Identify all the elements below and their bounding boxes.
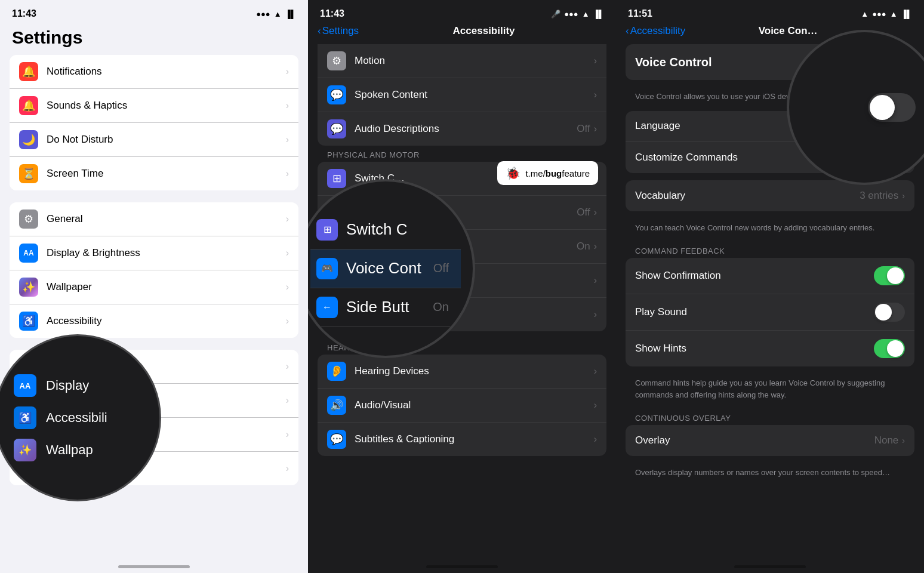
mag-item-accessibility: ♿ Accessibili bbox=[14, 403, 141, 433]
show-hints-description: Command hints help guide you as you lear… bbox=[626, 374, 914, 409]
wifi-icon: ▲ bbox=[582, 10, 590, 19]
mag2-content: ⊞ Switch C 🎮 Voice Cont Off ← Side Butt … bbox=[308, 181, 473, 356]
time-2: 11:43 bbox=[320, 8, 344, 19]
hearing-devices-item[interactable]: 👂 Hearing Devices › bbox=[318, 355, 606, 389]
chevron-icon: › bbox=[594, 434, 597, 445]
show-hints-label: Show Hints bbox=[635, 343, 874, 355]
status-icons-3: ▲ ●●● ▲ ▐▌ bbox=[861, 10, 912, 19]
accessibility-label: Accessibility bbox=[47, 315, 286, 327]
watermark: 🐞 t.me/bugfeature bbox=[497, 161, 598, 185]
settings-item-notifications[interactable]: 🔔 Notifications › bbox=[10, 55, 298, 89]
settings-item-sounds[interactable]: 🔔 Sounds & Haptics › bbox=[10, 89, 298, 123]
command-feedback-header: COMMAND FEEDBACK bbox=[626, 242, 914, 258]
wifi-icon: ▲ bbox=[274, 10, 282, 19]
chevron-icon: › bbox=[286, 316, 289, 326]
chevron-icon: › bbox=[286, 248, 289, 258]
mag2-voice-value: Off bbox=[433, 261, 449, 275]
mag2-voice-label: Voice Cont bbox=[346, 259, 421, 278]
mic-icon: 🎤 bbox=[551, 10, 560, 19]
chevron-icon: › bbox=[594, 400, 597, 411]
location-icon: ▲ bbox=[861, 10, 868, 19]
dnd-label: Do Not Disturb bbox=[47, 134, 286, 146]
audio-visual-icon: 🔊 bbox=[327, 396, 346, 415]
feedback-card: Show Confirmation Play Sound Show Hints bbox=[626, 258, 914, 366]
general-label: General bbox=[47, 213, 286, 225]
subtitles-item[interactable]: 💬 Subtitles & Captioning › bbox=[318, 423, 606, 456]
toggle-knob bbox=[887, 267, 904, 284]
chevron-icon: › bbox=[286, 134, 289, 145]
show-hints-toggle[interactable] bbox=[874, 339, 905, 358]
settings-list: 🔔 Notifications › 🔔 Sounds & Haptics › 🌙… bbox=[10, 55, 298, 190]
language-label: Language bbox=[635, 120, 794, 132]
wallpaper-icon: ✨ bbox=[19, 278, 38, 297]
voice-control-value: Off bbox=[577, 207, 590, 218]
mag2-voice: 🎮 Voice Cont Off bbox=[310, 249, 461, 288]
chevron-icon: › bbox=[286, 100, 289, 111]
settings-item-accessibility[interactable]: ♿ Accessibility › bbox=[10, 304, 298, 338]
spoken-icon: 💬 bbox=[327, 85, 346, 104]
settings-item-general[interactable]: ⚙ General › bbox=[10, 202, 298, 236]
chevron-icon: › bbox=[286, 66, 289, 77]
audio-visual-item[interactable]: 🔊 Audio/Visual › bbox=[318, 389, 606, 423]
time-3: 11:51 bbox=[628, 8, 652, 19]
display-label: Display & Brightness bbox=[47, 247, 286, 259]
audio-desc-icon: 💬 bbox=[327, 119, 346, 138]
scroll-bar-2 bbox=[426, 565, 498, 568]
play-sound-row: Play Sound bbox=[626, 294, 914, 331]
play-sound-toggle[interactable] bbox=[874, 303, 905, 322]
scroll-bar bbox=[118, 565, 190, 568]
wallpaper-label: Wallpaper bbox=[47, 281, 286, 293]
mag2-voice-icon: 🎮 bbox=[316, 258, 338, 279]
chevron-icon: › bbox=[286, 429, 289, 440]
sounds-label: Sounds & Haptics bbox=[47, 100, 286, 112]
chevron-icon: › bbox=[286, 463, 289, 474]
page-title: Settings bbox=[0, 23, 308, 55]
play-sound-label: Play Sound bbox=[635, 306, 874, 318]
mag-display-icon: AA bbox=[14, 374, 36, 397]
chevron-icon: › bbox=[594, 275, 597, 286]
accessibility-icon: ♿ bbox=[19, 312, 38, 331]
overlay-value: None bbox=[874, 435, 899, 446]
overlay-row[interactable]: Overlay None › bbox=[626, 425, 914, 456]
settings-item-dnd[interactable]: 🌙 Do Not Disturb › bbox=[10, 123, 298, 157]
back-button-2[interactable]: ‹ Settings bbox=[318, 25, 359, 37]
dnd-icon: 🌙 bbox=[19, 130, 38, 149]
settings-item-screentime[interactable]: ⏳ Screen Time › bbox=[10, 157, 298, 190]
status-bar-1: 11:43 ●●● ▲ ▐▌ bbox=[0, 0, 308, 23]
magnifier-1: AA Display ♿ Accessibili ✨ Wallpap bbox=[0, 334, 161, 501]
motion-item[interactable]: ⚙ Motion › bbox=[318, 44, 606, 78]
mag2-switch-label: Switch C bbox=[346, 220, 408, 239]
chevron-icon: › bbox=[594, 366, 597, 377]
mag-accessibility-icon: ♿ bbox=[14, 406, 36, 429]
hearing-label: Hearing Devices bbox=[355, 365, 594, 377]
vocabulary-value: 3 entries bbox=[860, 190, 898, 202]
spoken-content-item[interactable]: 💬 Spoken Content › bbox=[318, 78, 606, 112]
notifications-icon: 🔔 bbox=[19, 62, 38, 81]
settings-item-wallpaper[interactable]: ✨ Wallpaper › bbox=[10, 270, 298, 304]
scroll-bar-3 bbox=[734, 565, 806, 568]
toggle-knob bbox=[875, 304, 892, 321]
show-confirmation-toggle[interactable] bbox=[874, 266, 905, 285]
status-icons-2: 🎤 ●●● ▲ ▐▌ bbox=[551, 10, 604, 19]
audio-desc-item[interactable]: 💬 Audio Descriptions Off › bbox=[318, 112, 606, 146]
general-icon: ⚙ bbox=[19, 210, 38, 229]
battery-icon: ▐▌ bbox=[593, 10, 604, 19]
panel-accessibility: 11:43 🎤 ●●● ▲ ▐▌ ‹ Settings Accessibilit… bbox=[308, 0, 616, 573]
wifi-icon: ▲ bbox=[890, 10, 898, 19]
mag-display-label: Display bbox=[46, 378, 89, 393]
mag2-side-value: On bbox=[433, 300, 449, 314]
mag2-switch: ⊞ Switch C bbox=[310, 211, 461, 249]
continuous-overlay-header: CONTINUOUS OVERLAY bbox=[626, 409, 914, 425]
back-button-3[interactable]: ‹ Accessibility bbox=[626, 25, 685, 37]
status-bar-3: 11:51 ▲ ●●● ▲ ▐▌ bbox=[616, 0, 924, 23]
mag-item-wallpaper: ✨ Wallpap bbox=[14, 435, 141, 465]
subtitles-label: Subtitles & Captioning bbox=[355, 433, 594, 445]
show-confirmation-row: Show Confirmation bbox=[626, 258, 914, 294]
mag-wallpaper-icon: ✨ bbox=[14, 439, 36, 461]
mag3-knob bbox=[870, 95, 895, 120]
subtitles-icon: 💬 bbox=[327, 430, 346, 449]
top-list: ⚙ Motion › 💬 Spoken Content › 💬 Audio De… bbox=[318, 44, 606, 146]
settings-item-display[interactable]: AA Display & Brightness › bbox=[10, 236, 298, 270]
mag-accessibility-label: Accessibili bbox=[46, 410, 107, 426]
hearing-icon: 👂 bbox=[327, 362, 346, 381]
